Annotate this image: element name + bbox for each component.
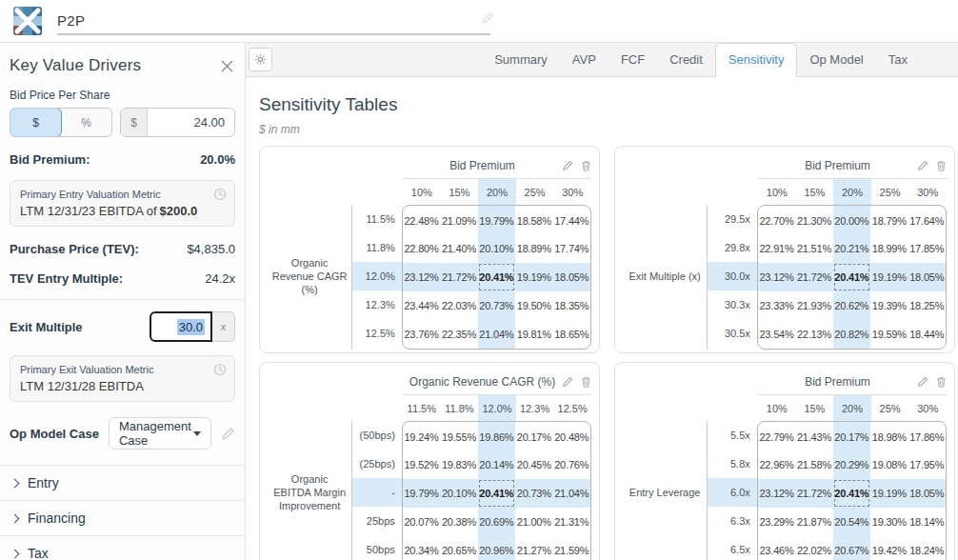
- sensitivity-cell: 21.59%: [553, 536, 590, 560]
- tab-op-model[interactable]: Op Model: [797, 44, 875, 76]
- table-row: 22.91%21.51%20.21%18.99%17.85%: [758, 234, 946, 263]
- sensitivity-cell: 23.76%: [403, 320, 440, 349]
- column-header: 12.5%: [553, 395, 591, 421]
- workbook-title-input[interactable]: P2P: [57, 7, 490, 35]
- delete-table-trash-icon[interactable]: [936, 160, 947, 171]
- section-financing[interactable]: Financing: [0, 500, 245, 535]
- bid-price-value[interactable]: 24.00: [148, 109, 234, 136]
- sensitivity-cell: 22.35%: [440, 320, 477, 349]
- edit-table-pencil-icon[interactable]: [917, 160, 928, 171]
- sensitivity-cell: 20.34%: [403, 536, 440, 560]
- section-entry[interactable]: Entry: [0, 465, 245, 500]
- divider: [0, 299, 245, 300]
- table-body: Organic Revenue CAGR (%)11.5%11.8%12.0%1…: [268, 205, 591, 350]
- data-block: 19.24%19.55%19.86%20.17%20.48%19.52%19.8…: [402, 421, 591, 560]
- row-header: (50bps): [352, 421, 402, 450]
- delete-table-trash-icon[interactable]: [936, 376, 947, 388]
- op-model-case-select[interactable]: Management Case: [109, 417, 211, 450]
- table-row: 19.79%20.10%20.41%20.73%21.04%: [403, 479, 590, 508]
- column-axis-title: Bid Premium: [403, 159, 562, 172]
- panel-title: Key Value Drivers: [10, 56, 141, 75]
- sensitivity-cell: 20.73%: [478, 291, 515, 320]
- edit-table-pencil-icon[interactable]: [562, 160, 573, 171]
- sensitivity-cell: 19.52%: [403, 450, 440, 479]
- exit-multiple-label: Exit Multiple: [10, 320, 83, 334]
- edit-table-pencil-icon[interactable]: [562, 376, 573, 388]
- exit-multiple-input[interactable]: 30.0: [150, 311, 212, 342]
- table-row: 20.07%20.38%20.69%21.00%21.31%: [403, 508, 590, 536]
- tab-credit[interactable]: Credit: [657, 44, 715, 76]
- collapsible-sections: Entry Financing Tax Special Situations: [0, 465, 245, 560]
- op-model-case-value: Management Case: [119, 419, 193, 448]
- op-model-case-label: Op Model Case: [10, 427, 99, 441]
- sensitivity-cell: 18.25%: [908, 291, 946, 320]
- column-header: 25%: [871, 395, 909, 421]
- workbook-title: P2P: [57, 12, 85, 29]
- row-header: 30.5x: [708, 319, 757, 348]
- sensitivity-cell: 20.29%: [833, 450, 870, 479]
- sensitivity-cell: 21.40%: [440, 234, 477, 263]
- app-logo: [13, 7, 42, 35]
- row-axis-title: Entry Leverage: [623, 421, 708, 560]
- percent-toggle-button[interactable]: %: [61, 109, 111, 136]
- tab-summary[interactable]: Summary: [482, 44, 560, 76]
- history-icon[interactable]: [213, 363, 227, 376]
- sensitivity-cell: 21.00%: [515, 508, 552, 536]
- sensitivity-cell: 19.30%: [870, 508, 908, 536]
- sensitivity-cell: 20.41%: [478, 479, 515, 508]
- row-header: 6.3x: [708, 507, 757, 535]
- settings-button[interactable]: [249, 48, 272, 71]
- table-actions: [562, 376, 591, 388]
- edit-table-pencil-icon[interactable]: [917, 376, 928, 388]
- sensitivity-cell: 21.72%: [795, 263, 832, 291]
- table-row: 20.34%20.65%20.96%21.27%21.59%: [403, 536, 590, 560]
- dollar-toggle-button[interactable]: $: [10, 108, 62, 137]
- row-header: 11.5%: [352, 205, 402, 233]
- sensitivity-cell: 19.24%: [403, 422, 440, 450]
- sensitivity-cell: 23.46%: [758, 536, 795, 560]
- sensitivity-cell: 22.03%: [440, 291, 477, 320]
- section-label: Entry: [28, 475, 59, 490]
- entry-metric-text: LTM 12/31/23 EBITDA of: [20, 204, 157, 218]
- column-headers: 10%15%20%25%30%: [758, 395, 947, 421]
- sensitivity-table-card: Bid Premium10%15%20%25%30%Exit Multiple …: [614, 146, 955, 353]
- tab-tax[interactable]: Tax: [876, 44, 920, 76]
- section-tax[interactable]: Tax: [0, 535, 245, 560]
- sensitivity-cell: 18.79%: [870, 206, 908, 234]
- sensitivity-cell: 17.74%: [553, 234, 590, 263]
- history-icon[interactable]: [213, 188, 227, 201]
- delete-table-trash-icon[interactable]: [581, 160, 591, 171]
- row-axis-title: Organic Revenue CAGR (%): [268, 205, 352, 350]
- column-header: 12.3%: [516, 395, 554, 421]
- row-header: 6.5x: [708, 535, 757, 560]
- sensitivity-cell: 22.13%: [795, 320, 832, 349]
- row-headers: 11.5%11.8%12.0%12.3%12.5%: [352, 205, 402, 350]
- column-header: 12.0%: [478, 395, 516, 421]
- row-header: (25bps): [352, 450, 402, 478]
- close-icon[interactable]: [219, 58, 235, 74]
- tab-avp[interactable]: AVP: [560, 44, 609, 76]
- table-row: 22.79%21.43%20.17%18.98%17.86%: [758, 422, 946, 450]
- delete-table-trash-icon[interactable]: [581, 376, 591, 388]
- sensitivity-cell: 20.41%: [478, 263, 515, 291]
- data-block: 22.70%21.30%20.00%18.79%17.64%22.91%21.5…: [757, 205, 947, 350]
- sensitivity-cell: 23.12%: [758, 479, 795, 508]
- sensitivity-cell: 19.19%: [870, 479, 908, 508]
- sensitivity-cell: 19.79%: [478, 206, 515, 234]
- sensitivity-cell: 19.81%: [515, 320, 552, 349]
- exit-multiple-value: 30.0: [177, 319, 205, 335]
- edit-case-pencil-icon[interactable]: [221, 427, 235, 441]
- column-header: 15%: [796, 179, 834, 205]
- bid-price-input[interactable]: $ 24.00: [120, 108, 235, 137]
- column-header: 20%: [478, 179, 516, 205]
- sensitivity-cell: 17.86%: [908, 422, 946, 450]
- sensitivity-cell: 21.58%: [795, 450, 832, 479]
- edit-title-pencil-icon[interactable]: [481, 11, 494, 25]
- sensitivity-table-card: Bid Premium10%15%20%25%30%Organic Revenu…: [259, 146, 600, 353]
- tab-sensitivity[interactable]: Sensitivity: [715, 43, 798, 77]
- tab-fcf[interactable]: FCF: [609, 44, 657, 76]
- sensitivity-cell: 19.42%: [870, 536, 908, 560]
- sensitivity-cell: 18.58%: [515, 206, 552, 234]
- table-row: 23.33%21.93%20.62%19.39%18.25%: [758, 291, 946, 320]
- table-actions: [562, 160, 591, 171]
